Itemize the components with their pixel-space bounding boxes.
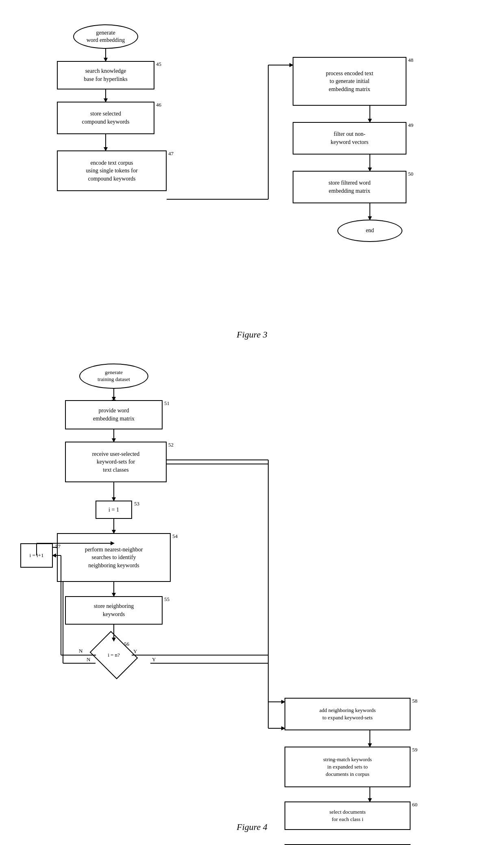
fig3-label-46: 46 (156, 102, 161, 108)
fig4-label-53: 53 (134, 501, 139, 507)
fig4-node-54: perform nearest-neighbor searches to ide… (57, 533, 171, 582)
fig3-label-45: 45 (156, 61, 161, 68)
fig3-start-oval: generate word embedding (73, 24, 138, 49)
fig4-label-51: 51 (164, 400, 169, 407)
fig3-title: Figure 3 (16, 329, 488, 340)
svg-text:N: N (87, 656, 91, 662)
fig4-node-52: receive user-selected keyword-sets for t… (65, 442, 167, 482)
fig4-label-58: 58 (412, 698, 417, 704)
page-container: generate word embedding search knowledge… (0, 0, 504, 841)
fig4-label-60: 60 (412, 801, 417, 808)
fig4-title: Figure 4 (16, 822, 488, 832)
fig3-node-45: search knowledge base for hyperlinks (57, 61, 154, 89)
svg-text:N: N (79, 648, 83, 654)
figure-3-flowchart: generate word embedding search knowledge… (16, 16, 488, 325)
fig4-label-57: 57 (55, 543, 61, 550)
fig3-node-46: store selected compound keywords (57, 102, 154, 134)
fig3-node-49: filter out non- keyword vectors (293, 122, 406, 155)
fig4-node-60: select documents for each class i (285, 801, 411, 830)
fig4-label-59: 59 (412, 747, 417, 753)
fig3-label-47: 47 (168, 150, 174, 157)
fig4-node-57: i = i+1 (20, 543, 53, 568)
fig4-start-oval: generate training dataset (79, 364, 148, 389)
fig3-label-50: 50 (408, 171, 413, 177)
fig3-node-48: process encoded text to generate initial… (293, 57, 406, 106)
fig4-label-54: 54 (172, 533, 178, 540)
fig3-node-47: encode text corpus using single tokens f… (57, 150, 167, 191)
fig3-node-50: store filtered word embedding matrix (293, 171, 406, 203)
fig4-label-52: 52 (168, 442, 174, 448)
fig4-label-55: 55 (164, 596, 169, 603)
fig4-node-59: string-match keywords in expanded sets t… (285, 747, 411, 787)
figure-4-flowchart: Y N (16, 356, 488, 816)
fig4-node-53: i = 1 (96, 501, 132, 519)
fig4-node-58: add neighboring keywords to expand keywo… (285, 698, 411, 730)
svg-text:Y: Y (133, 648, 137, 654)
svg-text:Y: Y (152, 656, 156, 662)
fig3-label-49: 49 (408, 122, 413, 128)
fig4-label-56: 56 (124, 641, 129, 647)
fig4-node-55: store neighboring keywords (65, 596, 163, 625)
fig3-end-oval: end (337, 220, 402, 242)
fig4-node-51: provide word embedding matrix (65, 400, 163, 429)
fig3-label-48: 48 (408, 57, 413, 63)
